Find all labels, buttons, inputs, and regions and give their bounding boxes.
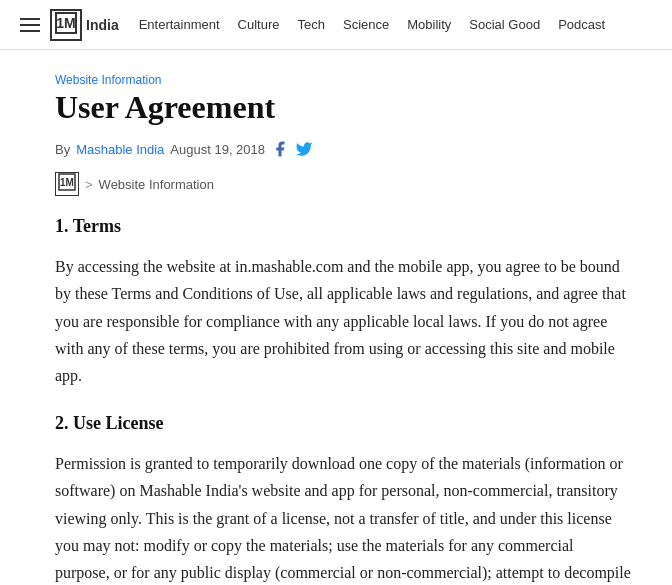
logo-india-text: India [86, 17, 119, 33]
nav-mobility[interactable]: Mobility [407, 17, 451, 32]
nav-science[interactable]: Science [343, 17, 389, 32]
section-1-body: By accessing the website at in.mashable.… [55, 253, 632, 389]
facebook-icon[interactable] [271, 140, 289, 158]
author-prefix: By [55, 142, 70, 157]
logo-svg: 1M [55, 12, 77, 34]
breadcrumb-logo-svg: 1M [58, 173, 76, 191]
breadcrumb-logo: 1M [55, 172, 79, 196]
nav-tech[interactable]: Tech [298, 17, 325, 32]
nav-social-good[interactable]: Social Good [469, 17, 540, 32]
author-name-link[interactable]: Mashable India [76, 142, 164, 157]
section-terms: 1. Terms By accessing the website at in.… [55, 216, 632, 389]
header-left: 1M India [20, 9, 119, 41]
section-2-body: Permission is granted to temporarily dow… [55, 450, 632, 585]
nav-podcast[interactable]: Podcast [558, 17, 605, 32]
logo-container[interactable]: 1M India [50, 9, 119, 41]
author-line: By Mashable India August 19, 2018 [55, 140, 632, 158]
nav-entertainment[interactable]: Entertainment [139, 17, 220, 32]
article-date: August 19, 2018 [170, 142, 265, 157]
main-content: Website Information User Agreement By Ma… [0, 50, 672, 585]
svg-text:1M: 1M [60, 177, 74, 188]
breadcrumb-row: 1M > Website Information [55, 172, 632, 196]
logo-m: 1M [50, 9, 82, 41]
breadcrumb-separator: > [85, 177, 93, 192]
section-1-heading: 1. Terms [55, 216, 632, 237]
header: 1M India Entertainment Culture Tech Scie… [0, 0, 672, 50]
twitter-icon[interactable] [295, 140, 313, 158]
section-2-heading: 2. Use License [55, 413, 632, 434]
main-nav: Entertainment Culture Tech Science Mobil… [139, 17, 652, 32]
top-breadcrumb[interactable]: Website Information [55, 73, 162, 87]
breadcrumb-website-info[interactable]: Website Information [99, 177, 214, 192]
svg-text:1M: 1M [56, 15, 75, 31]
nav-culture[interactable]: Culture [238, 17, 280, 32]
section-use-license: 2. Use License Permission is granted to … [55, 413, 632, 585]
page-title: User Agreement [55, 88, 632, 126]
hamburger-icon[interactable] [20, 18, 40, 32]
